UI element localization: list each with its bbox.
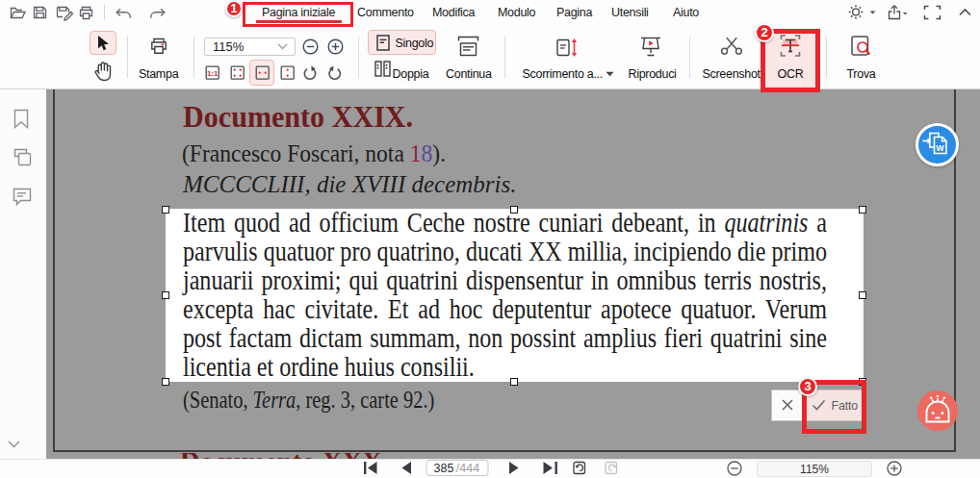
svg-text:W: W (936, 143, 944, 153)
svg-text:/444: /444 (456, 462, 479, 475)
svg-text:385: 385 (434, 462, 454, 475)
svg-text:1:1: 1:1 (207, 69, 219, 78)
